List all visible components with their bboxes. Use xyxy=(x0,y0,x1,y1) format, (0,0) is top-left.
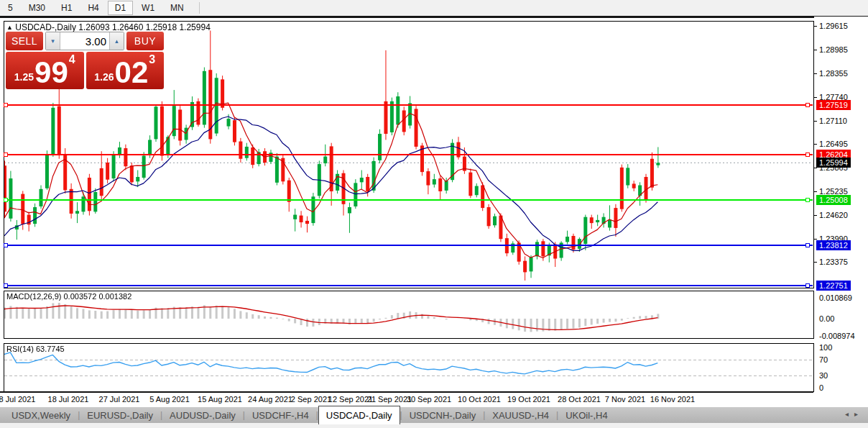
sell-button[interactable]: SELL xyxy=(6,32,43,50)
price-level-badge: 1.25994 xyxy=(816,158,851,168)
chart-tab-usdcad[interactable]: USDCAD-,Daily xyxy=(318,406,400,424)
date-axis-label: 30 Sep 2021 xyxy=(407,395,451,404)
date-axis-label: 10 Oct 2021 xyxy=(458,395,501,404)
sell-price-pip-fraction: 4 xyxy=(69,53,75,66)
symbol-arrow-icon: ▲ xyxy=(6,24,13,31)
chart-tab-usdx[interactable]: USDX,Weekly xyxy=(4,407,78,423)
buy-price-display[interactable]: 1.26 02 3 xyxy=(86,52,165,89)
date-axis-label: 28 Oct 2021 xyxy=(558,395,601,404)
trading-app-window: 5M30H1H4D1W1MN ▲ USDCAD-,Daily 1.26093 1… xyxy=(0,0,868,428)
date-axis-label: 19 Oct 2021 xyxy=(507,395,550,404)
sell-price-display[interactable]: 1.25 99 4 xyxy=(6,52,84,89)
price-level-badge: 1.25008 xyxy=(816,195,851,205)
chart-tab-audusd[interactable]: AUDUSD-,Daily xyxy=(162,407,243,423)
chart-tab-xauusd[interactable]: XAUUSD-,H4 xyxy=(485,407,556,423)
date-axis-label: 18 Jul 2021 xyxy=(48,395,89,404)
buy-price-big-digits: 02 xyxy=(115,58,149,87)
date-axis-label: 16 Nov 2021 xyxy=(650,395,695,404)
date-axis-label: 8 Jul 2021 xyxy=(0,395,35,404)
one-click-trading-widget: SELL ▾ ▴ BUY 1.25 99 4 1.26 02 3 xyxy=(6,32,164,89)
rsi-indicator-label: RSI(14) 63.7745 xyxy=(6,345,65,353)
chart-title: ▲ USDCAD-,Daily 1.26093 1.26460 1.25918 … xyxy=(6,22,211,32)
tab-scroll-right-icon[interactable]: ▸ xyxy=(854,410,864,418)
price-level-badge: 1.22751 xyxy=(816,281,851,291)
price-level-badge: 1.27519 xyxy=(816,100,851,110)
chart-ohlc-values: 1.26093 1.26460 1.25918 1.25994 xyxy=(78,22,211,32)
date-axis-label: 7 Nov 2021 xyxy=(605,395,645,404)
volume-increase-button[interactable]: ▴ xyxy=(109,32,124,50)
buy-price-prefix: 1.26 xyxy=(94,71,114,83)
chart-symbol-period: USDCAD-,Daily xyxy=(15,22,76,32)
buy-button[interactable]: BUY xyxy=(126,32,164,50)
date-axis-label: 15 Aug 2021 xyxy=(198,395,242,404)
date-axis: 8 Jul 202118 Jul 202127 Jul 20215 Aug 20… xyxy=(0,393,813,407)
sell-price-big-digits: 99 xyxy=(34,58,68,87)
date-axis-label: 27 Jul 2021 xyxy=(99,395,140,404)
tab-scroll-arrows[interactable]: ◂▸ xyxy=(845,410,864,418)
chart-tab-usdchf[interactable]: USDCHF-,H4 xyxy=(245,407,316,423)
sell-price-prefix: 1.25 xyxy=(14,71,34,83)
chart-tab-usdcnh[interactable]: USDCNH-,Daily xyxy=(402,407,483,423)
volume-input[interactable] xyxy=(60,32,109,50)
price-level-badge: 1.23812 xyxy=(816,240,851,250)
tab-scroll-left-icon[interactable]: ◂ xyxy=(845,410,854,418)
chart-tab-bar: USDX,Weekly|EURUSD-,Daily|AUDUSD-,Daily|… xyxy=(0,407,868,423)
macd-indicator-label: MACD(12,26,9) 0.003572 0.001382 xyxy=(6,292,131,301)
date-axis-label: 21 Sep 2021 xyxy=(367,395,412,404)
chart-tab-ukoil[interactable]: UKOil-,H4 xyxy=(558,407,615,423)
buy-price-pip-fraction: 3 xyxy=(149,53,155,66)
chart-tab-eurusd[interactable]: EURUSD-,Daily xyxy=(80,407,160,423)
date-axis-label: 5 Aug 2021 xyxy=(149,395,190,404)
volume-decrease-button[interactable]: ▾ xyxy=(46,32,60,50)
date-axis-label: 24 Aug 2021 xyxy=(248,395,292,404)
date-axis-label: 2 Sep 2021 xyxy=(291,395,331,404)
